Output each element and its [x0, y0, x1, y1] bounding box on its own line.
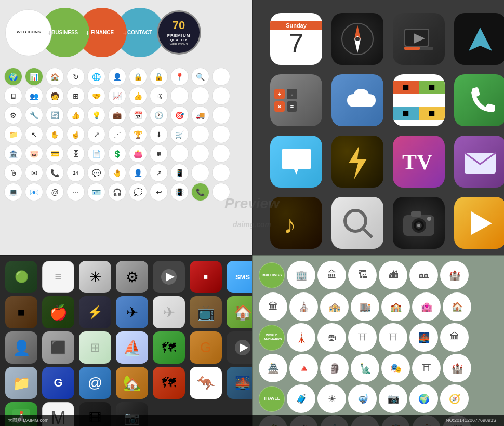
world-landmarks-label: WORLD LANDMARKS: [259, 325, 285, 351]
ring-icon: 📞: [191, 183, 209, 201]
placeholder-icon-2: [170, 87, 189, 105]
wallet-icon: 👛: [129, 144, 147, 163]
placeholder-icon-13: [212, 183, 230, 201]
landmark-moai: 🗿: [320, 354, 349, 382]
equipment-app-icon: ⚙: [116, 261, 148, 293]
mail-app-icon: [454, 136, 504, 188]
24-icon: 24: [67, 164, 85, 182]
building-icon-5: 🏘: [409, 261, 438, 289]
doc-icon: 📄: [87, 144, 105, 163]
plane-app-icon: ✈: [116, 296, 148, 328]
top-right-panel: Sunday 7: [252, 0, 504, 255]
header-circles: WEB ICONS + BUSINESS + FINANCE + CONTACT…: [0, 0, 252, 65]
calculator-app-icon: + - × =: [270, 74, 322, 126]
dots-icon: ···: [67, 183, 85, 201]
speech-icon: 💭: [129, 183, 147, 201]
red-app-icon: ▪: [190, 261, 222, 293]
phone2-icon: 📱: [170, 164, 189, 182]
building-icon-4: 🏙: [379, 261, 407, 289]
building-icon-1: 🏢: [287, 261, 315, 289]
at-icon: @: [46, 183, 64, 201]
buildings-row-2: 🏛 ⛪ 🏤 🏬 🏫 🏩 🏠: [256, 291, 500, 322]
person2-icon: 👤: [129, 164, 147, 182]
placeholder-icon-3: [191, 87, 209, 105]
grid-map-app-icon: ⊞: [79, 331, 111, 364]
barchart-icon: 📈: [108, 87, 126, 105]
tools-icon: 🔧: [25, 106, 43, 124]
placeholder-icon-5: [212, 106, 230, 124]
tv-app-icon: TV: [393, 136, 445, 188]
vertical-divider: [252, 0, 253, 426]
building-icon-11: 🏫: [381, 292, 410, 321]
map-app-icon: 🗺: [153, 331, 185, 364]
folder-icon: 📁: [4, 125, 22, 143]
landmark-castle: 🏰: [443, 354, 471, 382]
red-map-app-icon: 🗺: [153, 367, 185, 399]
piggy-icon: 🐷: [25, 144, 43, 163]
home-icon: 🏠: [46, 68, 64, 86]
mouse-icon: 🖱: [4, 164, 22, 182]
placeholder-icon-7: [212, 125, 230, 143]
sailboat-app-icon: ⛵: [116, 331, 148, 364]
cursor-icon: ↖: [25, 125, 43, 143]
buildings-section-header: BUILDINGS 🏢 🏛 🏗 🏙 🏘 🏰: [256, 259, 500, 291]
grid4-app-icon: ■ ■ ■ ■: [393, 74, 445, 126]
building-icon-7: 🏛: [259, 292, 287, 321]
guitar-app-icon: G: [190, 331, 222, 364]
svg-rect-8: [404, 47, 420, 50]
pin-icon: 📍: [170, 68, 189, 86]
building-icon-8: ⛪: [289, 292, 318, 321]
camera-app-icon: [393, 197, 445, 249]
group-icon: 👥: [25, 87, 43, 105]
fan-app-icon: ✳: [79, 261, 111, 293]
lock-icon: 🔒: [129, 68, 147, 86]
old-tv-app-icon: 📺: [190, 296, 222, 328]
at-app-icon: @: [79, 367, 111, 399]
building-icon-13: 🏠: [443, 292, 471, 321]
play-app-icon: [454, 197, 504, 249]
svg-text:TV: TV: [402, 150, 432, 174]
placeholder-icon-4: [212, 87, 230, 105]
landmark-liberty: 🗽: [351, 354, 379, 382]
touch-icon: ☝: [67, 125, 85, 143]
travel-sun: ☀: [317, 384, 346, 413]
user-icon: 👤: [108, 68, 126, 86]
play-dark-app-icon: [153, 261, 185, 293]
premium-circle: 70 PREMIUM QUALITY WEB ICONS: [157, 10, 201, 55]
travel-camera: 📷: [379, 384, 407, 413]
creditcard-icon: 💳: [46, 144, 64, 163]
navigation-app-icon: [454, 13, 504, 65]
chat-icon: 💬: [87, 164, 105, 182]
landmark-bridge: 🌉: [409, 323, 438, 352]
messages-app-icon: [270, 136, 322, 188]
plus-icon-2: +: [85, 29, 89, 37]
headphones-icon: 🎧: [108, 183, 126, 201]
building-icon-6: 🏰: [440, 261, 469, 289]
sync-icon: 🔄: [46, 106, 64, 124]
truck-icon: 🚚: [191, 106, 209, 124]
svg-point-14: [345, 210, 366, 231]
video-app-icon: [393, 13, 445, 65]
landmark-colosseum: 🏟: [317, 323, 346, 352]
printer-icon: 🖨: [150, 87, 168, 105]
mail2-icon: 📧: [25, 183, 43, 201]
landmark-leaning: 🏯: [259, 354, 287, 382]
svg-point-3: [355, 37, 360, 41]
chess-app-icon: G: [42, 367, 74, 399]
dollar-icon: 💲: [108, 144, 126, 163]
bottom-bar-left: 大图网 DAIMG.com: [8, 417, 49, 424]
chart-icon: 📊: [25, 68, 43, 86]
placeholder-icon-10: [212, 144, 230, 163]
bank-icon: 🏦: [4, 144, 22, 163]
bottom-bar: 大图网 DAIMG.com NO:201412067769893S: [0, 415, 504, 426]
folder-app-icon: 📁: [5, 367, 37, 399]
branch-icon: ⋰: [108, 125, 126, 143]
bottom-right-panel: BUILDINGS 🏢 🏛 🏗 🏙 🏘 🏰 🏛 ⛪ 🏤 🏬 🏫 🏩 🏠 WORL…: [252, 255, 504, 426]
kangaroo-app-icon: 🦘: [190, 367, 222, 399]
calendar-icon: 📅: [129, 106, 147, 124]
landmark-parthenon: 🏛: [440, 323, 469, 352]
building-icon-2: 🏛: [317, 261, 346, 289]
expand-icon: ⤢: [87, 125, 105, 143]
travel-compass: 🧭: [440, 384, 469, 413]
thumbsup-icon: 👍: [129, 87, 147, 105]
